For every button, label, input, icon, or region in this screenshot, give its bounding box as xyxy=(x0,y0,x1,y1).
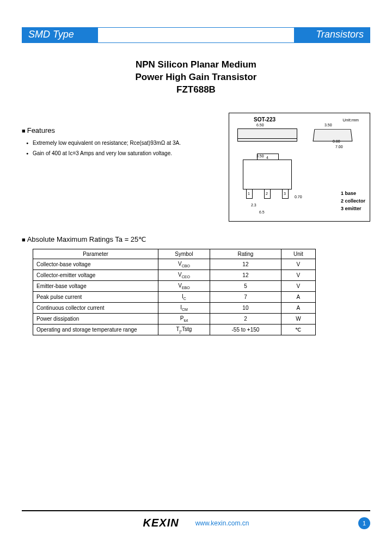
cell-unit: ℃ xyxy=(281,324,315,335)
cell-param: Collector-emitter voltage xyxy=(33,270,158,280)
table-row: Emitter-base voltageVEBO5V xyxy=(33,280,316,291)
cell-rating: 12 xyxy=(210,259,281,270)
dim-label: 6.5 xyxy=(259,210,265,214)
table-row: Operating and storage temperature rangeT… xyxy=(33,324,316,335)
cell-unit: W xyxy=(281,313,315,324)
table-row: Collector-emitter voltageVCEO12V xyxy=(33,270,316,280)
features-section: Features Extremely low equivalent on res… xyxy=(22,113,218,222)
page-number: 1 xyxy=(358,517,370,529)
cell-rating: 12 xyxy=(210,270,281,280)
cell-param: Operating and storage temperature range xyxy=(33,324,158,335)
package-bottom-view: 4 1 2 3 xyxy=(243,160,292,189)
diagram-unit: Unit:mm xyxy=(342,118,359,123)
pin-label: 2 collector xyxy=(341,197,365,205)
pin-label: 3 emitter xyxy=(341,205,365,212)
features-list: Extremely low equivalent on resistance; … xyxy=(22,140,218,156)
feature-item: Extremely low equivalent on resistance; … xyxy=(26,140,218,146)
cell-unit: V xyxy=(281,270,315,280)
package-name: SOT-223 xyxy=(254,117,275,123)
cell-symbol: VCEO xyxy=(158,270,210,280)
header-banner: SMD Type Transistors xyxy=(22,27,370,42)
cell-symbol: VEBO xyxy=(158,280,210,291)
cell-symbol: VCBO xyxy=(158,259,210,270)
cell-rating: 7 xyxy=(210,291,281,302)
cell-symbol: IC xyxy=(158,291,210,302)
title-partno: FZT688B xyxy=(176,84,216,95)
brand-logo: KEXIN xyxy=(143,517,179,529)
footer-divider xyxy=(22,510,370,511)
col-rating: Rating xyxy=(210,249,281,259)
cell-symbol: ICM xyxy=(158,302,210,313)
dim-label: 0.80 xyxy=(333,139,340,143)
col-symbol: Symbol xyxy=(158,249,210,259)
cell-rating: 5 xyxy=(210,280,281,291)
table-row: Power dissipationPtot2W xyxy=(33,313,316,324)
title-line2: Power High Gain Transistor xyxy=(136,72,257,82)
table-row: Peak pulse currentIC7A xyxy=(33,291,316,302)
dim-label: 6.50 xyxy=(256,123,264,127)
page-title: NPN Silicon Planar Medium Power High Gai… xyxy=(22,59,370,96)
cell-symbol: Ptot xyxy=(158,313,210,324)
table-row: Collector-base voltageVCBO12V xyxy=(33,259,316,270)
ratings-table: Parameter Symbol Rating Unit Collector-b… xyxy=(33,249,316,335)
pin-label: 1 base xyxy=(341,189,365,197)
cell-rating: 10 xyxy=(210,302,281,313)
dim-label: 7.00 xyxy=(335,145,343,149)
banner-type: Transistors xyxy=(294,27,370,42)
cell-param: Peak pulse current xyxy=(33,291,158,302)
cell-param: Continuous collector current xyxy=(33,302,158,313)
page-footer: KEXIN www.kexin.com.cn 1 xyxy=(22,510,370,529)
table-row: Continuous collector currentICM10A xyxy=(33,302,316,313)
dim-label: 3.50 xyxy=(324,123,332,127)
cell-rating: -55 to +150 xyxy=(210,324,281,335)
cell-param: Emitter-base voltage xyxy=(33,280,158,291)
dim-label: 2.3 xyxy=(251,203,256,207)
banner-category: SMD Type xyxy=(22,27,98,42)
col-unit: Unit xyxy=(281,249,315,259)
package-diagram: SOT-223 Unit:mm 6.50 3.50 0.80 7.00 4 1 … xyxy=(229,113,370,222)
cell-symbol: Tj,Tstg xyxy=(158,324,210,335)
cell-rating: 2 xyxy=(210,313,281,324)
pin-legend: 1 base 2 collector 3 emitter xyxy=(341,189,365,213)
col-parameter: Parameter xyxy=(33,249,158,259)
cell-unit: V xyxy=(281,280,315,291)
cell-unit: V xyxy=(281,259,315,270)
features-heading: Features xyxy=(22,126,218,134)
cell-unit: A xyxy=(281,291,315,302)
cell-param: Collector-base voltage xyxy=(33,259,158,270)
banner-divider xyxy=(98,27,294,28)
ratings-heading: Absolute Maximum Ratings Ta = 25℃ xyxy=(22,235,370,243)
cell-unit: A xyxy=(281,302,315,313)
dim-label: 3.50 xyxy=(256,154,264,158)
title-line1: NPN Silicon Planar Medium xyxy=(136,59,256,70)
dim-label: 0.70 xyxy=(295,195,302,199)
table-header-row: Parameter Symbol Rating Unit xyxy=(33,249,316,259)
ratings-section: Absolute Maximum Ratings Ta = 25℃ Parame… xyxy=(22,235,370,335)
cell-param: Power dissipation xyxy=(33,313,158,324)
footer-url: www.kexin.com.cn xyxy=(195,519,249,527)
feature-item: Gain of 400 at Ic=3 Amps and very low sa… xyxy=(26,150,218,156)
